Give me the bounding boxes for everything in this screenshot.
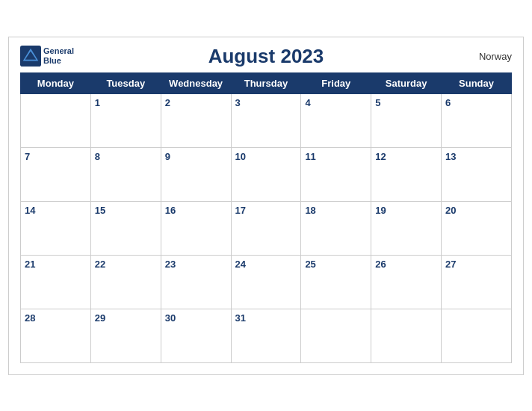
day-number: 9 xyxy=(165,151,170,162)
calendar-day-cell: 10 xyxy=(231,147,301,201)
calendar-day-cell: 30 xyxy=(161,309,231,362)
weekday-header-wednesday: Wednesday xyxy=(161,72,231,93)
calendar-day-cell: 4 xyxy=(301,93,371,147)
calendar-day-cell: 16 xyxy=(161,201,231,255)
day-number: 4 xyxy=(305,97,310,108)
day-number: 30 xyxy=(165,312,176,324)
day-number: 20 xyxy=(445,205,456,216)
calendar-day-cell: 18 xyxy=(301,201,371,255)
calendar-week-row: 28293031 xyxy=(21,309,512,362)
day-number: 5 xyxy=(375,97,380,108)
calendar-week-row: 21222324252627 xyxy=(21,255,512,309)
calendar-day-cell: 6 xyxy=(442,93,512,147)
calendar-day-cell: 29 xyxy=(90,309,161,362)
calendar-day-cell xyxy=(442,309,512,362)
logo-text: General Blue xyxy=(43,46,74,66)
day-number: 17 xyxy=(235,205,246,216)
day-number: 28 xyxy=(25,312,35,324)
calendar-day-cell xyxy=(371,309,442,362)
calendar-day-cell: 15 xyxy=(90,201,161,255)
weekday-header-saturday: Saturday xyxy=(371,72,442,93)
weekday-header-friday: Friday xyxy=(301,72,371,93)
calendar-day-cell: 9 xyxy=(161,147,231,201)
day-number: 19 xyxy=(375,205,386,216)
country-label: Norway xyxy=(479,51,512,62)
day-number: 27 xyxy=(445,259,456,270)
day-number: 31 xyxy=(235,312,246,324)
calendar-day-cell: 14 xyxy=(21,201,91,255)
calendar-day-cell: 27 xyxy=(442,255,512,309)
calendar-day-cell: 5 xyxy=(371,93,442,147)
day-number: 3 xyxy=(235,97,241,108)
calendar-thead: MondayTuesdayWednesdayThursdayFridaySatu… xyxy=(21,72,512,93)
calendar-day-cell: 13 xyxy=(442,147,512,201)
calendar-day-cell: 28 xyxy=(21,309,91,362)
calendar-day-cell: 22 xyxy=(90,255,161,309)
day-number: 8 xyxy=(95,151,100,162)
day-number: 18 xyxy=(305,205,315,216)
calendar-table: MondayTuesdayWednesdayThursdayFridaySatu… xyxy=(20,72,512,363)
day-number: 10 xyxy=(235,151,246,162)
calendar-day-cell: 23 xyxy=(161,255,231,309)
day-number: 25 xyxy=(305,259,315,270)
day-number: 21 xyxy=(25,259,35,270)
calendar-container: General Blue August 2023 Norway MondayTu… xyxy=(8,37,524,375)
day-number: 7 xyxy=(25,151,30,162)
calendar-day-cell: 21 xyxy=(21,255,91,309)
calendar-week-row: 78910111213 xyxy=(21,147,512,201)
calendar-day-cell: 7 xyxy=(21,147,91,201)
day-number: 24 xyxy=(235,259,246,270)
day-number: 15 xyxy=(95,205,105,216)
logo-area: General Blue xyxy=(20,46,74,67)
calendar-body: 1234567891011121314151617181920212223242… xyxy=(21,93,512,362)
day-number: 16 xyxy=(165,205,176,216)
calendar-week-row: 123456 xyxy=(21,93,512,147)
calendar-title: August 2023 xyxy=(208,45,324,68)
day-number: 12 xyxy=(375,151,386,162)
day-number: 13 xyxy=(445,151,456,162)
general-blue-logo-icon xyxy=(20,46,41,67)
weekday-header-monday: Monday xyxy=(21,72,91,93)
day-number: 14 xyxy=(25,205,35,216)
weekday-header-thursday: Thursday xyxy=(231,72,301,93)
calendar-header: General Blue August 2023 Norway xyxy=(20,45,512,68)
day-number: 29 xyxy=(95,312,105,324)
calendar-day-cell: 12 xyxy=(371,147,442,201)
day-number: 23 xyxy=(165,259,176,270)
calendar-day-cell: 26 xyxy=(371,255,442,309)
day-number: 6 xyxy=(445,97,451,108)
day-number: 22 xyxy=(95,259,105,270)
weekday-header-tuesday: Tuesday xyxy=(90,72,161,93)
day-number: 2 xyxy=(165,97,170,108)
calendar-day-cell: 8 xyxy=(90,147,161,201)
calendar-day-cell: 19 xyxy=(371,201,442,255)
calendar-week-row: 14151617181920 xyxy=(21,201,512,255)
calendar-day-cell: 2 xyxy=(161,93,231,147)
calendar-day-cell: 25 xyxy=(301,255,371,309)
calendar-day-cell: 20 xyxy=(442,201,512,255)
calendar-day-cell: 17 xyxy=(231,201,301,255)
weekday-header-row: MondayTuesdayWednesdayThursdayFridaySatu… xyxy=(21,72,512,93)
calendar-day-cell: 1 xyxy=(90,93,161,147)
calendar-day-cell: 31 xyxy=(231,309,301,362)
calendar-day-cell xyxy=(301,309,371,362)
day-number: 1 xyxy=(95,97,100,108)
calendar-day-cell: 3 xyxy=(231,93,301,147)
calendar-day-cell: 24 xyxy=(231,255,301,309)
weekday-header-sunday: Sunday xyxy=(442,72,512,93)
calendar-day-cell xyxy=(21,93,91,147)
day-number: 11 xyxy=(305,151,315,162)
calendar-day-cell: 11 xyxy=(301,147,371,201)
day-number: 26 xyxy=(375,259,386,270)
